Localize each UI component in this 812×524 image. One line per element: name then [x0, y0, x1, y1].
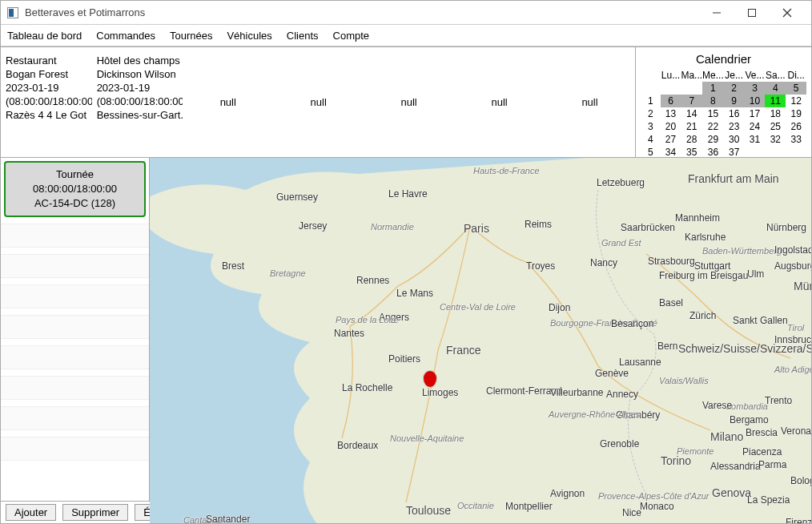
- maximize-button[interactable]: [734, 2, 770, 24]
- map-label: Annecy: [606, 389, 638, 400]
- route-slot-empty[interactable]: [1, 284, 149, 308]
- map-label: Innsbruck: [774, 334, 811, 345]
- route-card-hours: 08:00:00/18:00:00: [12, 182, 138, 196]
- menu-compte[interactable]: Compte: [333, 30, 370, 42]
- calendar-day[interactable]: 22: [702, 120, 724, 133]
- order-card-empty[interactable]: null: [183, 47, 273, 157]
- route-slot-empty[interactable]: [1, 376, 149, 400]
- order-card-empty[interactable]: null: [545, 47, 635, 157]
- add-button[interactable]: Ajouter: [6, 504, 56, 521]
- map-label: Pays de la Loire: [336, 315, 399, 324]
- menu-commandes[interactable]: Commandes: [96, 30, 155, 42]
- close-button[interactable]: [770, 2, 805, 24]
- order-card[interactable]: Hôtel des champs Dickinson Wilson 2023-0…: [92, 47, 183, 157]
- calendar-day[interactable]: 5: [786, 82, 806, 95]
- map-label: Torino: [661, 454, 691, 467]
- route-slot-empty[interactable]: [1, 345, 149, 369]
- calendar-day[interactable]: 32: [765, 133, 786, 146]
- calendar-day[interactable]: 28: [681, 133, 702, 146]
- map-label: Auvergne-Rhône-Alpes: [549, 409, 640, 419]
- calendar-day[interactable]: 7: [681, 95, 702, 107]
- calendar-day-header: Me...: [702, 69, 724, 82]
- calendar-day[interactable]: 33: [786, 133, 806, 146]
- calendar-day[interactable]: 30: [724, 133, 745, 146]
- map-label: Strasbourg: [648, 256, 695, 267]
- calendar-day[interactable]: 23: [724, 120, 745, 133]
- map-label: Zürich: [689, 310, 716, 321]
- map-label: Centre-Val de Loire: [440, 302, 516, 312]
- menu-tableau-de-bord[interactable]: Tableau de bord: [7, 30, 82, 42]
- route-card-vehicle: AC-154-DC (128): [12, 196, 138, 211]
- calendar-day[interactable]: 21: [681, 120, 702, 133]
- calendar-day[interactable]: 31: [745, 133, 766, 146]
- order-card-empty[interactable]: null: [364, 47, 454, 157]
- calendar-day[interactable]: 27: [661, 133, 681, 146]
- map-label: Ulm: [747, 268, 764, 280]
- map-label: Hauts-de-France: [473, 166, 540, 175]
- calendar-day[interactable]: 4: [765, 82, 786, 95]
- calendar-day[interactable]: 15: [702, 107, 724, 120]
- card-line: Bogan Forest: [6, 67, 87, 81]
- calendar-day[interactable]: 9: [724, 95, 745, 107]
- calendar-day[interactable]: 12: [786, 95, 806, 107]
- calendar-day[interactable]: 8: [702, 95, 724, 107]
- map-label: Alessandria: [710, 461, 761, 472]
- calendar-day[interactable]: 2: [724, 82, 745, 95]
- calendar-day[interactable]: 14: [681, 107, 702, 120]
- calendar-day[interactable]: 35: [681, 146, 702, 159]
- delete-button[interactable]: Supprimer: [62, 504, 128, 521]
- calendar-week-num: [641, 82, 661, 95]
- calendar-day[interactable]: 37: [724, 146, 745, 159]
- map-label: Santander: [206, 514, 250, 523]
- calendar-day[interactable]: 19: [786, 107, 806, 120]
- calendar-day[interactable]: 24: [745, 120, 766, 133]
- route-slot-empty[interactable]: [1, 406, 149, 430]
- map-label: Reims: [525, 219, 552, 230]
- calendar-day[interactable]: 29: [702, 133, 724, 146]
- map-label: Tirol: [787, 323, 804, 333]
- calendar-title: Calendrier: [641, 52, 806, 66]
- calendar-week-num: 3: [641, 120, 661, 133]
- calendar-day-header: Ve...: [745, 69, 766, 82]
- map-label: Grenoble: [600, 438, 639, 449]
- menu-vehicules[interactable]: Véhicules: [227, 30, 271, 42]
- menu-clients[interactable]: Clients: [287, 30, 319, 42]
- calendar-day[interactable]: 3: [745, 82, 766, 95]
- map-label: Rennes: [356, 275, 389, 286]
- calendar-day[interactable]: 16: [724, 107, 745, 120]
- calendar-day[interactable]: 11: [765, 95, 786, 107]
- map-label: Provence-Alpes-Côte d'Azur: [598, 491, 709, 501]
- order-card-empty[interactable]: null: [273, 47, 364, 157]
- calendar-day[interactable]: 17: [745, 107, 766, 120]
- calendar-week-num: 5: [641, 146, 661, 159]
- calendar-day[interactable]: 13: [661, 107, 681, 120]
- calendar-day[interactable]: 10: [745, 95, 766, 107]
- route-slot-empty[interactable]: [1, 315, 149, 339]
- route-slot-empty[interactable]: [1, 224, 149, 248]
- calendar-day[interactable]: 34: [661, 146, 681, 159]
- map-label: Basel: [659, 297, 683, 308]
- calendar-day[interactable]: 25: [765, 120, 786, 133]
- calendar-day[interactable]: 18: [765, 107, 786, 120]
- order-card[interactable]: Restaurant Bogan Forest 2023-01-19 (08:0…: [1, 47, 92, 157]
- minimize-button[interactable]: [699, 2, 734, 24]
- calendar-day[interactable]: 6: [661, 95, 681, 107]
- map-label: Brescia: [746, 427, 778, 438]
- calendar-day[interactable]: 26: [786, 120, 806, 133]
- route-slot-empty[interactable]: [1, 437, 149, 461]
- map-label: Parma: [758, 459, 786, 470]
- calendar-day[interactable]: 36: [702, 146, 724, 159]
- map[interactable]: GuernseyJerseyLe HavreNormandieHauts-de-…: [150, 158, 811, 523]
- card-line: Hôtel des champs: [97, 54, 179, 67]
- calendar-day[interactable]: 1: [702, 82, 724, 95]
- calendar-grid[interactable]: Lu...Ma...Me...Je...Ve...Sa...Di...12345…: [641, 69, 806, 171]
- svg-rect-1: [749, 9, 756, 16]
- map-label: Genova: [712, 486, 751, 499]
- route-card-selected[interactable]: Tournée 08:00:00/18:00:00 AC-154-DC (128…: [4, 161, 146, 217]
- map-label: Guernsey: [276, 191, 318, 203]
- route-slot-empty[interactable]: [1, 254, 149, 278]
- order-card-empty[interactable]: null: [454, 47, 545, 157]
- calendar-day[interactable]: 20: [661, 120, 681, 133]
- menu-tournees[interactable]: Tournées: [170, 30, 212, 42]
- map-label: Monaco: [640, 501, 674, 512]
